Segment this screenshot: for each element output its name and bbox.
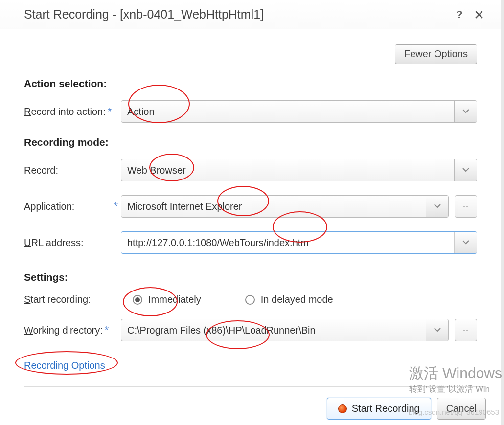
label-working-directory: Working directory: * (24, 324, 121, 336)
section-action-selection: Action selection: (24, 78, 477, 89)
working-directory-browse-button[interactable]: .. (455, 319, 477, 341)
working-directory-value: C:\Program Files (x86)\HP\LoadRunner\Bin (127, 325, 316, 336)
url-address-input[interactable]: http://127.0.0.1:1080/WebTours/index.htm (121, 231, 477, 254)
record-into-action-value: Action (127, 106, 155, 117)
url-address-value: http://127.0.0.1:1080/WebTours/index.htm (127, 237, 309, 248)
help-button[interactable]: ? (453, 8, 466, 22)
label-record: Record: (24, 165, 121, 176)
start-recording-button[interactable]: Start Recording (327, 398, 431, 420)
required-icon: * (106, 105, 115, 118)
application-dropdown[interactable]: Microsoft Internet Explorer (121, 195, 449, 218)
label-url-address: URL address: (24, 237, 121, 248)
label-application: Application: * (24, 200, 121, 213)
chevron-down-icon[interactable] (426, 319, 448, 341)
fewer-options-button[interactable]: Fewer Options (395, 44, 477, 64)
record-icon (338, 404, 347, 413)
application-value: Microsoft Internet Explorer (127, 201, 242, 212)
close-button[interactable] (472, 8, 486, 22)
application-browse-button[interactable]: .. (455, 195, 477, 218)
label-record-into-action: Record into action: * (24, 105, 121, 118)
dialog-title: Start Recording - [xnb-0401_WebHttpHtml1… (24, 7, 447, 22)
divider (24, 386, 486, 387)
label-start-recording: Start recording: (24, 294, 121, 305)
start-recording-dialog: Start Recording - [xnb-0401_WebHttpHtml1… (0, 0, 501, 425)
ellipsis-icon: .. (463, 323, 469, 334)
titlebar: Start Recording - [xnb-0401_WebHttpHtml1… (0, 0, 501, 29)
cancel-button[interactable]: Cancel (437, 398, 486, 420)
dialog-content: Fewer Options Action selection: Record i… (0, 29, 501, 371)
chevron-down-icon[interactable] (426, 196, 448, 217)
chevron-down-icon[interactable] (454, 159, 477, 181)
record-into-action-dropdown[interactable]: Action (121, 100, 477, 123)
radio-immediately[interactable]: Immediately (133, 294, 201, 305)
start-recording-radio-group: Immediately In delayed mode (121, 294, 333, 305)
section-recording-mode: Recording mode: (24, 136, 477, 148)
radio-delayed-mode[interactable]: In delayed mode (245, 294, 333, 305)
dialog-footer: Start Recording Cancel (24, 386, 486, 420)
radio-icon (133, 295, 142, 305)
recording-options-link[interactable]: Recording Options (24, 360, 105, 371)
required-icon: * (112, 200, 121, 213)
record-value: Web Browser (127, 165, 186, 176)
required-icon: * (103, 324, 112, 336)
record-dropdown[interactable]: Web Browser (121, 159, 477, 181)
chevron-down-icon[interactable] (454, 232, 477, 253)
chevron-down-icon[interactable] (454, 101, 477, 122)
section-settings: Settings: (24, 271, 477, 283)
ellipsis-icon: .. (463, 200, 469, 210)
radio-icon (245, 295, 255, 305)
working-directory-dropdown[interactable]: C:\Program Files (x86)\HP\LoadRunner\Bin (121, 319, 449, 341)
